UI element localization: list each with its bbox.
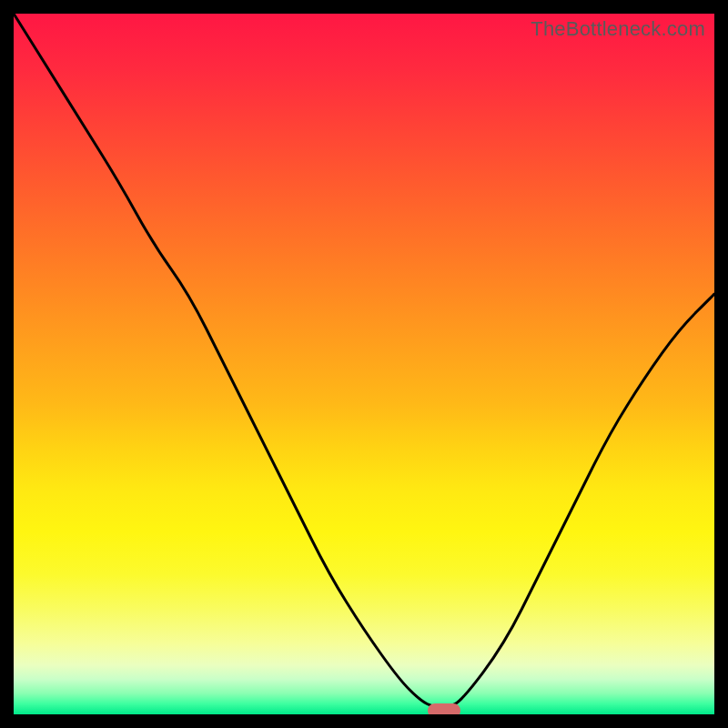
plot-area: TheBottleneck.com	[14, 14, 714, 714]
bottleneck-curve	[14, 14, 714, 714]
watermark-text: TheBottleneck.com	[531, 17, 705, 41]
optimal-point-marker	[428, 703, 460, 714]
chart-frame: TheBottleneck.com	[0, 0, 728, 728]
